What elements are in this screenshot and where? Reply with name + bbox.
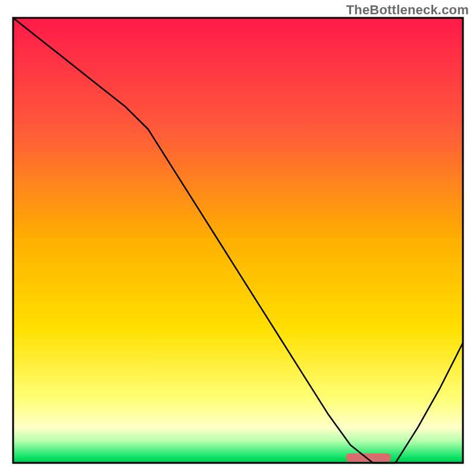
optimal-marker [346, 453, 391, 462]
bottleneck-chart [0, 0, 476, 476]
plot-background [13, 18, 463, 463]
chart-container: { "watermark": "TheBottleneck.com", "cha… [0, 0, 476, 476]
